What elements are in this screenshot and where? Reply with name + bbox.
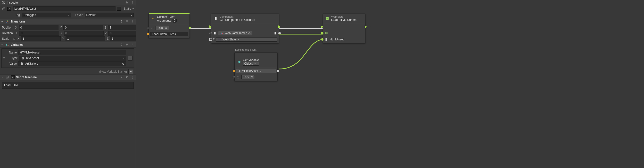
variables-header[interactable]: Variables ? ⋮ xyxy=(0,42,136,47)
static-dropdown-caret[interactable] xyxy=(132,7,134,10)
scale-y-input[interactable] xyxy=(66,36,105,41)
bolt-icon xyxy=(151,17,155,21)
node-title: Get Component In Children xyxy=(220,18,255,21)
type-port[interactable] xyxy=(210,38,212,41)
kebab-icon[interactable]: ⋮ xyxy=(130,76,134,79)
object-picker-icon[interactable]: ⊙ xyxy=(165,26,167,29)
link-icon[interactable] xyxy=(12,37,16,41)
target-port[interactable] xyxy=(321,32,324,34)
chevron-down-icon[interactable] xyxy=(237,38,239,41)
var-name-label: Name xyxy=(3,51,17,54)
var-name-chip[interactable]: HTMLTextAsset xyxy=(236,69,276,73)
object-picker-icon[interactable]: ⊙ xyxy=(251,76,253,79)
layer-value: Default xyxy=(86,13,96,17)
scope-label: Local to this client xyxy=(235,48,256,51)
var-name-input[interactable] xyxy=(18,50,126,55)
node-subtitle: Arguments xyxy=(157,19,171,22)
layer-dropdown[interactable]: Default xyxy=(85,13,134,17)
transform-header[interactable]: Transform ? ⋮ xyxy=(0,19,136,24)
preset-icon[interactable] xyxy=(125,43,129,47)
var-type-label: Type xyxy=(6,56,18,60)
target-port[interactable] xyxy=(210,32,212,34)
var-value-field[interactable]: ArtGallery ⊙ xyxy=(18,61,126,66)
target-chip[interactable]: This⊙ xyxy=(156,26,169,30)
flow-in-port[interactable] xyxy=(210,25,212,28)
event-name-chip[interactable]: LoadButton_Press xyxy=(150,32,188,36)
foldout-icon[interactable] xyxy=(2,20,4,23)
flow-out-port[interactable] xyxy=(189,26,192,29)
htmlasset-port[interactable] xyxy=(321,38,324,41)
foldout-icon[interactable] xyxy=(2,76,4,79)
flow-out-port[interactable] xyxy=(278,25,281,28)
foldout-icon[interactable] xyxy=(2,43,4,46)
kebab-icon[interactable] xyxy=(130,1,134,4)
var-type-dropdown[interactable]: Text Asset xyxy=(19,56,126,61)
info-icon xyxy=(2,1,5,4)
chevron-down-icon[interactable] xyxy=(254,62,256,65)
preset-icon[interactable] xyxy=(125,75,129,80)
target-value: WebSlateFramed xyxy=(225,31,247,35)
target-chip[interactable]: This⊙ xyxy=(242,75,255,80)
target-port[interactable] xyxy=(233,76,235,79)
inspector-header: Inspector xyxy=(0,0,136,5)
chevron-down-icon[interactable] xyxy=(259,69,261,73)
rotation-y-input[interactable] xyxy=(64,31,104,36)
gameobject-name-input[interactable] xyxy=(12,6,116,11)
flow-out-port[interactable] xyxy=(365,25,367,28)
kebab-icon[interactable]: ⋮ xyxy=(130,43,134,46)
help-icon[interactable]: ? xyxy=(120,43,124,46)
static-checkbox[interactable] xyxy=(117,7,121,11)
object-picker-icon[interactable]: ⊙ xyxy=(248,31,251,35)
position-y-input[interactable] xyxy=(63,25,103,30)
transform-fields: Position X Y Z Rotation X Y Z Scale X Y … xyxy=(0,24,136,42)
kind-chip[interactable]: Object xyxy=(243,62,259,66)
inspector-title: Inspector xyxy=(7,1,124,4)
rotation-x-input[interactable] xyxy=(19,31,59,36)
value-out-port[interactable] xyxy=(277,70,279,72)
help-icon[interactable]: ? xyxy=(120,20,124,23)
add-variable-button[interactable]: + xyxy=(128,69,133,74)
tag-dropdown[interactable]: Untagged xyxy=(22,13,71,17)
target-chip[interactable]: WebSlateFramed ⊙ xyxy=(218,31,252,35)
flow-in-port[interactable] xyxy=(321,25,324,28)
document-icon xyxy=(214,16,218,20)
node-get-component[interactable]: Component Get Component In Children WebS… xyxy=(211,13,279,43)
cube-icon xyxy=(150,26,154,30)
name-port[interactable] xyxy=(233,70,235,72)
preset-icon[interactable] xyxy=(125,20,129,24)
object-picker-icon[interactable]: ⊙ xyxy=(122,62,124,65)
enabled-checkbox[interactable] xyxy=(7,7,11,11)
position-x-input[interactable] xyxy=(19,25,58,30)
scale-x-input[interactable] xyxy=(21,36,61,41)
drag-handle-icon[interactable]: ≡ xyxy=(3,56,5,60)
flow-continue-port[interactable] xyxy=(370,27,370,27)
position-row: Position X Y Z xyxy=(2,25,134,30)
node-custom-event[interactable]: Custom Event Arguments 0 This⊙ LoadButto… xyxy=(148,13,190,38)
graph-canvas[interactable]: Custom Event Arguments 0 This⊙ LoadButto… xyxy=(136,0,644,168)
input-port[interactable] xyxy=(147,27,149,29)
name-input-port[interactable] xyxy=(147,33,149,35)
tag-label: Tag xyxy=(12,13,20,17)
help-icon[interactable]: ? xyxy=(120,76,124,79)
transform-icon xyxy=(5,20,9,23)
variables-icon xyxy=(5,43,9,47)
type-value: Web Slate xyxy=(222,38,236,41)
scriptmachine-enabled-checkbox[interactable] xyxy=(11,75,14,79)
node-category: Web Slate xyxy=(331,15,358,18)
lock-icon[interactable] xyxy=(125,1,129,4)
scale-label: Scale xyxy=(2,37,9,40)
inspector-panel: Inspector Static Tag Untagged Layer Defa… xyxy=(0,0,136,168)
svg-rect-2 xyxy=(3,2,4,3)
new-variable-hint: (New Variable Name) xyxy=(99,70,127,73)
kebab-icon[interactable]: ⋮ xyxy=(130,20,134,23)
graph-name-text: Load HTML xyxy=(4,84,20,87)
result-port[interactable] xyxy=(278,32,281,34)
tag-value: Untagged xyxy=(24,13,36,17)
node-load-html[interactable]: Web Slate Load HTML Content Html Asset xyxy=(323,13,366,43)
text-asset-icon xyxy=(21,56,25,60)
graph-name-field[interactable]: Load HTML xyxy=(2,82,134,88)
node-get-variable[interactable]: Local to this client Get Variable Object… xyxy=(234,52,278,81)
remove-variable-button[interactable]: − xyxy=(128,56,132,61)
scriptmachine-header[interactable]: Script Machine ? ⋮ xyxy=(0,75,136,80)
type-chip[interactable]: Web Slate xyxy=(216,37,277,42)
